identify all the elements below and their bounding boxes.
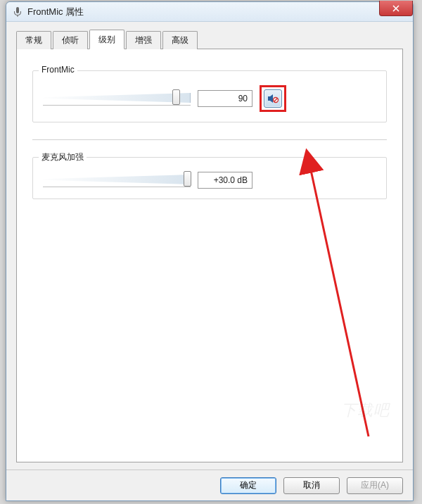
- frontmic-slider[interactable]: [43, 90, 191, 107]
- close-button[interactable]: [379, 1, 413, 16]
- speaker-mute-icon: [267, 92, 279, 105]
- slider-track: [43, 175, 191, 184]
- watermark: 下载吧: [341, 400, 390, 421]
- tab-levels[interactable]: 级别: [89, 30, 124, 49]
- group-boost-label: 麦克风加强: [39, 151, 87, 163]
- frontmic-row: [43, 85, 376, 112]
- mute-button[interactable]: [264, 89, 282, 108]
- titlebar[interactable]: FrontMic 属性: [6, 2, 413, 22]
- svg-line-2: [309, 160, 369, 436]
- divider: [32, 139, 387, 140]
- content-area: 常规 侦听 级别 增强 高级 FrontMic: [6, 22, 413, 470]
- cancel-button[interactable]: 取消: [283, 477, 340, 494]
- slider-thumb[interactable]: [172, 89, 180, 105]
- dialog-footer: 确定 取消 应用(A): [6, 470, 413, 500]
- group-frontmic: FrontMic: [32, 70, 387, 122]
- tab-general[interactable]: 常规: [16, 31, 51, 49]
- boost-row: [43, 172, 376, 189]
- apply-button[interactable]: 应用(A): [347, 477, 403, 494]
- annotation-highlight-box: [260, 85, 286, 112]
- slider-track: [43, 93, 191, 103]
- window-title: FrontMic 属性: [27, 6, 84, 18]
- group-boost: 麦克风加强: [32, 157, 387, 199]
- slider-thumb[interactable]: [184, 171, 191, 187]
- boost-value-input[interactable]: [198, 172, 252, 189]
- ok-button[interactable]: 确定: [220, 477, 276, 494]
- tab-listen[interactable]: 侦听: [53, 31, 88, 49]
- tab-panel-levels: FrontMic: [16, 49, 403, 462]
- frontmic-value-input[interactable]: [198, 90, 252, 107]
- boost-slider[interactable]: [43, 172, 191, 189]
- group-frontmic-label: FrontMic: [39, 65, 77, 75]
- close-icon: [392, 5, 399, 12]
- microphone-icon: [12, 6, 23, 18]
- tab-enhance[interactable]: 增强: [126, 31, 161, 49]
- properties-window: FrontMic 属性 常规 侦听 级别 增强 高级 FrontMic: [6, 1, 414, 501]
- tab-strip: 常规 侦听 级别 增强 高级: [16, 29, 403, 49]
- tab-advanced[interactable]: 高级: [162, 31, 198, 49]
